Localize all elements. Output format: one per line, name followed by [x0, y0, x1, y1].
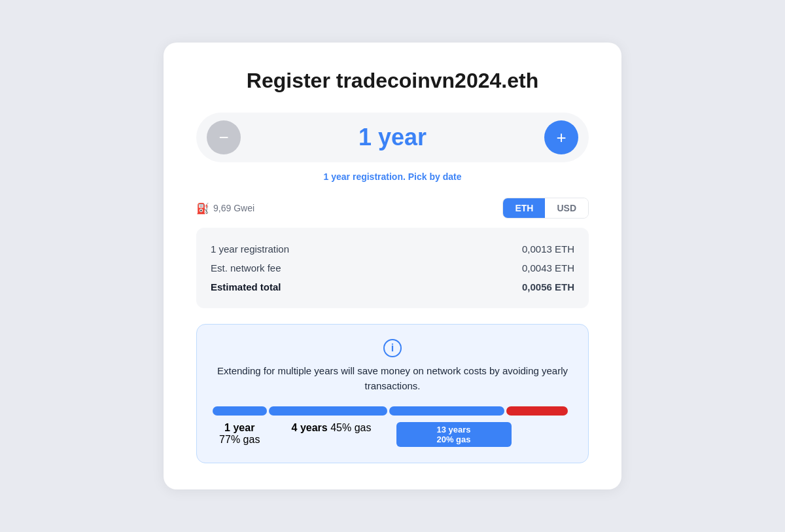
- cost-table: 1 year registration 0,0013 ETH Est. netw…: [196, 228, 589, 308]
- bar-segment-1year: [213, 406, 267, 416]
- gas-value: 9,69 Gwei: [213, 203, 254, 213]
- cost-value-total: 0,0056 ETH: [522, 281, 574, 293]
- bar-label-1year: 1 year 77% gas: [213, 422, 267, 447]
- bar-segment-remainder: [506, 406, 568, 416]
- bar-label-1year-gas: 77% gas: [219, 434, 260, 445]
- info-icon: i: [383, 339, 402, 357]
- year-display: 1 year: [358, 124, 427, 151]
- info-icon-row: i: [213, 339, 572, 357]
- bar-segment-4years: [269, 406, 388, 416]
- bar-label-4years-years: 4 years: [292, 422, 328, 433]
- bar-label-13years-gas: 20% gas: [436, 434, 470, 444]
- bar-segment-13years: [389, 406, 504, 416]
- cost-label-registration: 1 year registration: [211, 243, 289, 255]
- cost-row-registration: 1 year registration 0,0013 ETH: [211, 239, 574, 258]
- usd-currency-button[interactable]: USD: [545, 198, 588, 218]
- gas-icon: ⛽: [196, 202, 209, 215]
- cost-value-registration: 0,0013 ETH: [522, 243, 574, 255]
- bar-label-4years: 4 years 45% gas: [267, 422, 396, 447]
- eth-currency-button[interactable]: ETH: [503, 198, 545, 218]
- pick-by-date-link[interactable]: Pick by date: [408, 171, 462, 182]
- cost-value-network-fee: 0,0043 ETH: [522, 262, 574, 274]
- gas-info: ⛽ 9,69 Gwei: [196, 202, 254, 215]
- currency-toggle: ETH USD: [502, 198, 589, 219]
- bar-label-spacer: [512, 422, 573, 447]
- cost-row-network-fee: Est. network fee 0,0043 ETH: [211, 258, 574, 277]
- bar-label-13years: 13 years 20% gas: [396, 422, 512, 447]
- year-selector: − 1 year +: [196, 113, 589, 162]
- cost-label-total: Estimated total: [211, 281, 281, 293]
- increment-year-button[interactable]: +: [544, 120, 578, 154]
- registration-hint-text: 1 year registration.: [324, 171, 406, 182]
- bar-labels: 1 year 77% gas 4 years 45% gas 13 years …: [213, 422, 572, 447]
- bar-label-4years-gas: 45% gas: [330, 422, 371, 433]
- bar-label-1year-years: 1 year: [224, 422, 254, 433]
- main-card: Register tradecoinvn2024.eth − 1 year + …: [164, 43, 621, 489]
- gas-row: ⛽ 9,69 Gwei ETH USD: [196, 198, 589, 219]
- bar-track: [213, 406, 572, 416]
- bar-label-13years-highlight: 13 years 20% gas: [396, 422, 512, 447]
- cost-label-network-fee: Est. network fee: [211, 262, 281, 274]
- bar-label-13years-years: 13 years: [402, 425, 506, 434]
- bar-chart: 1 year 77% gas 4 years 45% gas 13 years …: [213, 406, 572, 447]
- decrement-year-button[interactable]: −: [207, 120, 241, 154]
- registration-hint: 1 year registration. Pick by date: [196, 171, 589, 182]
- page-title: Register tradecoinvn2024.eth: [196, 69, 589, 93]
- info-text: Extending for multiple years will save m…: [213, 364, 572, 393]
- cost-row-total: Estimated total 0,0056 ETH: [211, 277, 574, 296]
- info-box: i Extending for multiple years will save…: [196, 324, 589, 463]
